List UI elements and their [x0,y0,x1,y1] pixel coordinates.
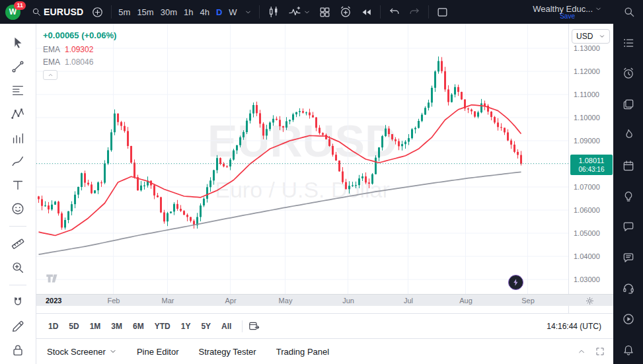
brush-tool-button[interactable] [7,152,28,172]
redo-icon [408,6,421,18]
emoji-tool-button[interactable] [7,199,28,219]
indicators-button[interactable] [284,3,315,21]
time-axis-year: 2023 [46,297,61,305]
ruler-tool-button[interactable] [7,234,28,254]
undo-icon [388,6,400,18]
lock-icon [11,343,25,357]
symbol-search-button[interactable]: EURUSD [27,3,87,21]
xabcd-pattern-tool-button[interactable] [7,104,28,124]
hotlists-icon [622,128,635,141]
indicator-row-ema-slow[interactable]: EMA 1.08046 [43,57,116,67]
legend-collapse-button[interactable] [43,70,57,80]
edit-tool-button[interactable] [7,316,28,336]
flash-publish-button[interactable] [508,275,523,290]
compare-add-button[interactable] [87,3,108,21]
time-axis[interactable]: 2023 FebMarAprMayJunJulAugSep [36,294,613,306]
ideas-panel-button[interactable] [619,187,638,205]
undo-button[interactable] [384,3,404,21]
range-1y-button[interactable]: 1Y [176,318,196,334]
range-6m-button[interactable]: 6M [128,318,149,334]
tab-trading-panel[interactable]: Trading Panel [276,347,329,357]
tab-stock-screener[interactable]: Stock Screener [47,347,117,357]
range-1d-button[interactable]: 1D [43,318,63,334]
price-axis-label: 1.03000 [574,275,600,283]
tab-strategy-tester[interactable]: Strategy Tester [198,347,256,357]
chevron-down-icon [303,9,311,16]
timeframe-1h[interactable]: 1h [180,3,196,21]
tab-label: Strategy Tester [198,347,256,357]
range-ytd-button[interactable]: YTD [149,318,176,334]
pointer-tool-button[interactable] [7,33,28,53]
currency-selector[interactable]: USD [572,29,610,44]
range-1m-button[interactable]: 1M [85,318,106,334]
timeframe-group: 5m15m30m1h4hDW [115,3,240,21]
xabcd-pattern-icon [11,107,25,122]
notification-badge: 11 [14,1,26,10]
notifications-panel-button[interactable] [619,341,638,359]
go-to-date-button[interactable] [248,320,260,332]
range-5y-button[interactable]: 5Y [196,318,216,334]
minds-icon [622,220,635,233]
toolbar-divider [259,5,260,18]
range-3m-button[interactable]: 3M [106,318,128,334]
redo-button[interactable] [404,3,425,21]
chart-legend: +0.00065 (+0.06%) EMA 1.09302 EMA 1.0804… [43,30,116,80]
toolbar-divider [111,5,112,18]
multichart-layout-button[interactable] [432,3,453,21]
cloud-save-link[interactable]: Save [560,13,575,20]
alerts-panel-button[interactable] [619,64,638,82]
hotlists-panel-button[interactable] [619,126,638,143]
trend-line-tool-button[interactable] [7,57,28,77]
bottom-panel-controls [576,346,605,357]
price-axis-label: 1.10000 [574,114,600,122]
timeframe-w[interactable]: W [225,3,240,21]
currency-label: USD [576,32,593,41]
streams-icon [622,312,635,326]
text-tool-button[interactable] [7,176,28,196]
zoom-tool-button[interactable] [7,258,28,277]
watchlist-panel-button[interactable] [619,34,638,52]
bar-replay-button[interactable] [356,3,377,21]
tradingview-logo[interactable] [44,270,61,287]
watchlist-icon [622,36,635,50]
timeframe-5m[interactable]: 5m [115,3,133,21]
right-sidebar [613,24,643,364]
chart-plot-area[interactable]: EURUSD Euro / U.S. Dollar +0.00065 (+0.0… [36,24,568,294]
range-all-button[interactable]: All [216,318,237,334]
minds-panel-button[interactable] [619,218,638,236]
price-axis-label: 1.04000 [574,252,600,260]
timeframe-4h[interactable]: 4h [196,3,212,21]
candles-icon [267,5,280,18]
streams-panel-button[interactable] [619,310,638,328]
user-avatar[interactable]: W 11 [5,5,20,20]
timeframe-more-button[interactable] [241,3,256,21]
price-scale[interactable]: USD 1.130001.120001.110001.100001.090001… [568,24,613,313]
panel-expand-chevron-icon[interactable] [576,346,587,357]
timeframe-15m[interactable]: 15m [133,3,157,21]
magnet-tool-button[interactable] [7,293,28,312]
quick-search-icon[interactable] [623,5,636,18]
calendar-panel-button[interactable] [619,157,638,174]
chevron-down-icon [109,347,117,355]
chart-pane: EURUSD Euro / U.S. Dollar +0.00065 (+0.0… [36,24,613,364]
maximize-panel-icon[interactable] [595,346,605,357]
news-panel-button[interactable] [619,95,638,113]
tab-pine-editor[interactable]: Pine Editor [137,347,179,357]
layout-templates-button[interactable] [315,3,335,21]
chat-panel-button[interactable] [619,248,638,266]
lock-tool-button[interactable] [7,340,28,360]
timeframe-d[interactable]: D [213,3,225,21]
chart-style-button[interactable] [263,3,284,21]
tab-label: Stock Screener [47,347,106,357]
price-axis-label: 1.05000 [574,229,600,237]
indicator-row-ema-fast[interactable]: EMA 1.09302 [43,45,116,54]
fib-retracement-tool-button[interactable] [7,81,28,100]
create-alert-button[interactable] [335,3,356,21]
bars-forecast-tool-button[interactable] [7,128,28,148]
alert-plus-icon [339,5,352,18]
gear-icon[interactable] [585,296,595,306]
server-clock[interactable]: 14:16:44 (UTC) [547,322,601,331]
help-panel-button[interactable] [619,279,638,297]
timeframe-30m[interactable]: 30m [157,3,180,21]
range-5d-button[interactable]: 5D [63,318,84,334]
